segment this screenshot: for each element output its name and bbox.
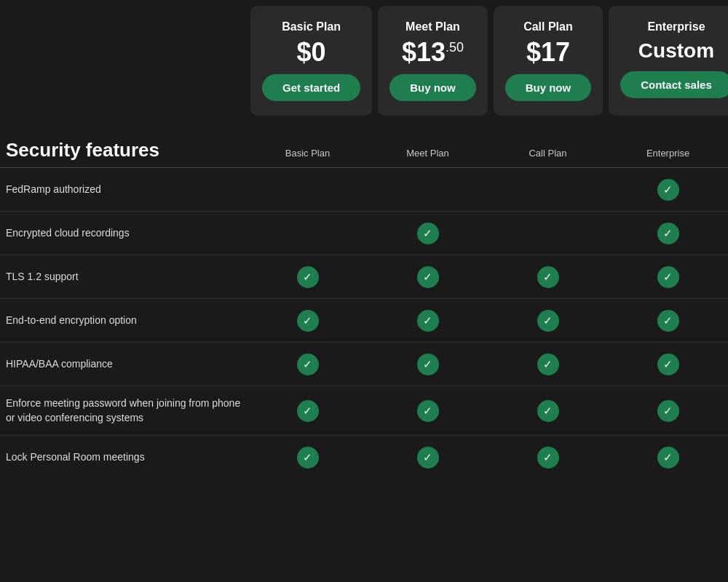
feature-cell-basic-3 <box>248 300 368 342</box>
feature-cell-meet-0 <box>368 169 488 211</box>
plan-name-meet: Meet Plan <box>405 20 460 33</box>
feature-cell-call-2 <box>488 256 608 298</box>
feature-cell-call-6 <box>488 436 608 479</box>
check-icon <box>537 310 559 332</box>
feature-cell-enterprise-5 <box>608 390 728 432</box>
plan-card-basic: Basic Plan $0 Get started <box>250 6 372 116</box>
call-buy-now-button[interactable]: Buy now <box>505 74 592 101</box>
no-check-icon <box>537 179 559 201</box>
feature-cell-meet-4 <box>368 343 488 386</box>
feature-cell-enterprise-6 <box>608 436 728 479</box>
plan-price-call: $17 <box>526 39 570 65</box>
no-check-icon <box>297 179 319 201</box>
check-icon <box>417 354 439 375</box>
col-label-meet: Meet Plan <box>368 148 488 162</box>
feature-row: FedRamp authorized <box>0 168 728 212</box>
no-check-icon <box>537 223 559 244</box>
check-icon <box>657 354 679 375</box>
plan-price-enterprise: Custom <box>638 39 714 63</box>
feature-cell-call-1 <box>488 212 608 255</box>
plan-price-basic: $0 <box>297 39 326 65</box>
meet-buy-now-button[interactable]: Buy now <box>389 74 476 101</box>
feature-cell-enterprise-0 <box>608 169 728 211</box>
feature-cell-call-5 <box>488 390 608 432</box>
feature-cell-basic-4 <box>248 343 368 386</box>
feature-cell-meet-3 <box>368 300 488 342</box>
feature-cell-call-3 <box>488 300 608 342</box>
plan-name-basic: Basic Plan <box>282 20 341 33</box>
feature-row: TLS 1.2 support <box>0 255 728 299</box>
check-icon <box>537 400 559 422</box>
plans-header: Basic Plan $0 Get started Meet Plan $13.… <box>0 0 728 121</box>
plan-card-call: Call Plan $17 Buy now <box>494 6 604 116</box>
plan-name-call: Call Plan <box>523 20 573 33</box>
feature-name-3: End-to-end encryption option <box>0 303 248 338</box>
feature-name-4: HIPAA/BAA compliance <box>0 347 248 382</box>
check-icon <box>297 354 319 375</box>
feature-row: Encrypted cloud recordings <box>0 212 728 255</box>
empty-header-cell <box>0 0 248 121</box>
feature-cell-call-4 <box>488 343 608 386</box>
check-icon <box>417 400 439 422</box>
feature-cell-basic-0 <box>248 169 368 211</box>
check-icon <box>657 266 679 288</box>
feature-row: HIPAA/BAA compliance <box>0 343 728 386</box>
feature-cell-call-0 <box>488 169 608 211</box>
col-label-basic: Basic Plan <box>248 148 368 162</box>
feature-name-2: TLS 1.2 support <box>0 260 248 295</box>
pricing-table: Basic Plan $0 Get started Meet Plan $13.… <box>0 0 728 479</box>
check-icon <box>417 310 439 332</box>
feature-cell-enterprise-2 <box>608 256 728 298</box>
check-icon <box>657 179 679 201</box>
feature-name-1: Encrypted cloud recordings <box>0 216 248 251</box>
feature-cell-enterprise-1 <box>608 212 728 255</box>
check-icon <box>657 310 679 332</box>
feature-name-6: Lock Personal Room meetings <box>0 440 248 475</box>
feature-cell-basic-5 <box>248 390 368 432</box>
plan-price-meet: $13.50 <box>402 39 464 65</box>
feature-row: Lock Personal Room meetings <box>0 436 728 479</box>
plan-card-meet: Meet Plan $13.50 Buy now <box>378 6 488 116</box>
feature-cell-meet-6 <box>368 436 488 479</box>
check-icon <box>297 447 319 469</box>
feature-cell-enterprise-3 <box>608 300 728 342</box>
col-label-enterprise: Enterprise <box>608 148 728 162</box>
feature-row: Enforce meeting password when joining fr… <box>0 386 728 436</box>
section-header: Security features Basic Plan Meet Plan C… <box>0 121 728 168</box>
no-check-icon <box>297 223 319 244</box>
feature-cell-basic-2 <box>248 256 368 298</box>
check-icon <box>297 310 319 332</box>
check-icon <box>537 354 559 375</box>
check-icon <box>417 447 439 469</box>
no-check-icon <box>417 179 439 201</box>
check-icon <box>537 447 559 469</box>
feature-cell-basic-6 <box>248 436 368 479</box>
check-icon <box>297 400 319 422</box>
check-icon <box>657 447 679 469</box>
contact-sales-button[interactable]: Contact sales <box>620 71 728 98</box>
feature-cell-meet-5 <box>368 390 488 432</box>
feature-cell-meet-1 <box>368 212 488 255</box>
check-icon <box>417 223 439 244</box>
check-icon <box>297 266 319 288</box>
check-icon <box>657 400 679 422</box>
check-icon <box>417 266 439 288</box>
section-title: Security features <box>0 139 248 162</box>
feature-name-0: FedRamp authorized <box>0 172 248 207</box>
col-label-call: Call Plan <box>488 148 608 162</box>
feature-cell-basic-1 <box>248 212 368 255</box>
feature-cell-meet-2 <box>368 256 488 298</box>
plan-card-enterprise: Enterprise Custom Contact sales <box>609 6 728 116</box>
get-started-button[interactable]: Get started <box>262 74 360 101</box>
feature-row: End-to-end encryption option <box>0 299 728 343</box>
plan-name-enterprise: Enterprise <box>647 20 705 33</box>
feature-cell-enterprise-4 <box>608 343 728 386</box>
feature-name-5: Enforce meeting password when joining fr… <box>0 386 248 435</box>
check-icon <box>537 266 559 288</box>
check-icon <box>657 223 679 244</box>
features-list: FedRamp authorizedEncrypted cloud record… <box>0 168 728 479</box>
